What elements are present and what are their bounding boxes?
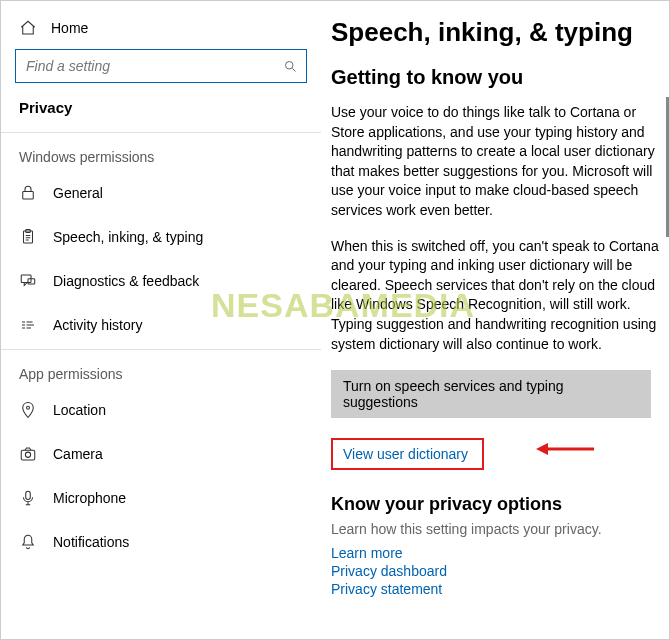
location-icon	[19, 401, 37, 419]
sidebar-item-location[interactable]: Location	[1, 388, 321, 432]
search-input[interactable]	[26, 58, 283, 74]
search-icon	[283, 59, 298, 74]
sidebar-item-microphone[interactable]: Microphone	[1, 476, 321, 520]
divider	[1, 132, 321, 133]
home-label: Home	[51, 20, 88, 36]
section-heading: Getting to know you	[331, 66, 659, 89]
history-icon	[19, 316, 37, 334]
clipboard-icon	[19, 228, 37, 246]
nav-label: Camera	[53, 446, 103, 462]
feedback-icon	[19, 272, 37, 290]
svg-rect-1	[23, 192, 34, 200]
nav-label: Activity history	[53, 317, 142, 333]
nav-label: Microphone	[53, 490, 126, 506]
page-title: Speech, inking, & typing	[331, 17, 659, 48]
nav-label: Location	[53, 402, 106, 418]
camera-icon	[19, 445, 37, 463]
section-windows-permissions: Windows permissions	[1, 135, 321, 171]
sidebar-item-general[interactable]: General	[1, 171, 321, 215]
svg-rect-9	[26, 491, 31, 499]
sidebar-item-diagnostics[interactable]: Diagnostics & feedback	[1, 259, 321, 303]
search-box[interactable]	[15, 49, 307, 83]
mic-icon	[19, 489, 37, 507]
content-pane: Speech, inking, & typing Getting to know…	[321, 1, 669, 639]
svg-point-8	[25, 452, 30, 457]
annotation-arrow	[536, 439, 596, 462]
svg-marker-11	[536, 443, 548, 455]
divider	[1, 349, 321, 350]
privacy-subtext: Learn how this setting impacts your priv…	[331, 521, 659, 537]
sidebar-item-activity[interactable]: Activity history	[1, 303, 321, 347]
body-paragraph: Use your voice to do things like talk to…	[331, 103, 659, 221]
svg-point-6	[27, 406, 30, 409]
category-title: Privacy	[1, 99, 321, 130]
privacy-statement-link[interactable]: Privacy statement	[331, 581, 659, 597]
section-app-permissions: App permissions	[1, 352, 321, 388]
sidebar-home[interactable]: Home	[1, 13, 321, 49]
nav-label: Notifications	[53, 534, 129, 550]
privacy-heading: Know your privacy options	[331, 494, 659, 515]
annotation-highlight: View user dictionary	[331, 438, 484, 470]
sidebar-item-camera[interactable]: Camera	[1, 432, 321, 476]
view-dictionary-link[interactable]: View user dictionary	[343, 446, 468, 462]
nav-label: Speech, inking, & typing	[53, 229, 203, 245]
toggle-speech-button[interactable]: Turn on speech services and typing sugge…	[331, 370, 651, 418]
bell-icon	[19, 533, 37, 551]
lock-icon	[19, 184, 37, 202]
svg-point-0	[286, 61, 294, 69]
sidebar-item-notifications[interactable]: Notifications	[1, 520, 321, 564]
privacy-dashboard-link[interactable]: Privacy dashboard	[331, 563, 659, 579]
body-paragraph: When this is switched off, you can't spe…	[331, 237, 659, 355]
sidebar: Home Privacy Windows permissions General…	[1, 1, 321, 639]
home-icon	[19, 19, 37, 37]
nav-label: General	[53, 185, 103, 201]
scrollbar[interactable]	[666, 97, 669, 237]
nav-label: Diagnostics & feedback	[53, 273, 199, 289]
learn-more-link[interactable]: Learn more	[331, 545, 659, 561]
sidebar-item-speech[interactable]: Speech, inking, & typing	[1, 215, 321, 259]
